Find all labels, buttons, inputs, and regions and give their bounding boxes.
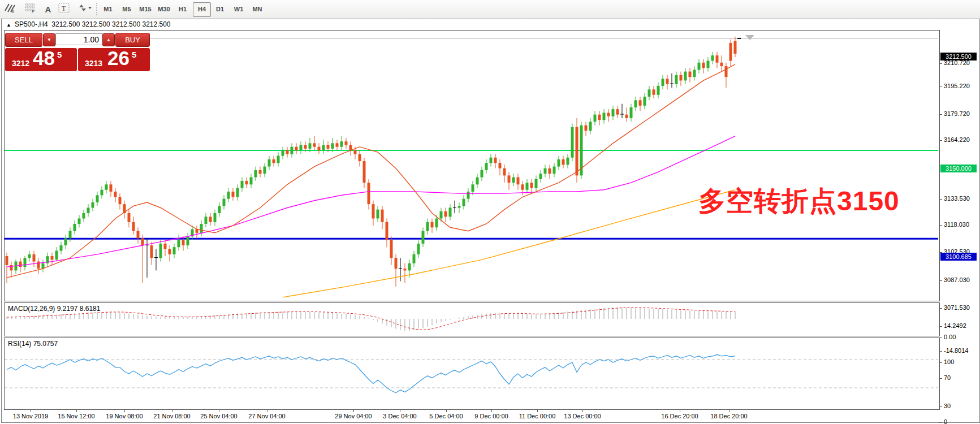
candle-body <box>105 184 108 190</box>
candle-body <box>711 55 714 61</box>
candle-body <box>205 217 208 224</box>
time-scale[interactable]: 13 Nov 201915 Nov 12:0019 Nov 08:0021 No… <box>4 409 939 422</box>
candle-body <box>390 240 393 258</box>
macd-panel[interactable]: MACD(12,26,9) 9.2197 8.6181 <box>4 302 940 336</box>
candle-body <box>481 170 483 178</box>
candle-body <box>607 113 610 116</box>
time-scale-tick <box>680 410 680 412</box>
price-scale[interactable]: 3210.7203195.2203179.7203164.2203133.530… <box>939 30 979 409</box>
candle-body <box>666 79 669 84</box>
text-label-icon[interactable]: A <box>41 2 55 16</box>
candle-body <box>69 231 72 239</box>
time-scale-tick <box>267 410 267 412</box>
candle-body <box>684 72 687 81</box>
scale-tick <box>939 199 942 200</box>
timeframe-button-H4[interactable]: H4 <box>193 2 211 17</box>
candle-body <box>259 170 262 174</box>
candle-body <box>55 251 58 260</box>
time-scale-label: 13 Nov 2019 <box>13 413 48 419</box>
volume-increase-button[interactable]: ▲ <box>102 33 115 46</box>
candle-body <box>381 210 384 222</box>
scale-tick <box>939 406 942 407</box>
candle-body <box>223 199 226 206</box>
candle-body <box>295 147 298 150</box>
indicator-window-icon[interactable]: F <box>24 2 38 16</box>
timeframe-button-D1[interactable]: D1 <box>211 2 228 16</box>
volume-input[interactable] <box>55 33 103 45</box>
time-scale-label: 18 Dec 20:00 <box>710 413 747 419</box>
candle-body <box>512 178 515 183</box>
mid-ma-line <box>7 136 735 267</box>
buy-button[interactable]: BUY <box>115 33 150 47</box>
candle-body <box>734 41 737 54</box>
candle-body <box>268 159 271 167</box>
price-scale-label: 3071.530 <box>944 304 970 311</box>
candle-body <box>200 224 203 233</box>
candle-body <box>431 222 434 228</box>
svg-text:F: F <box>32 9 34 14</box>
trading-platform-window: E F A T M1M5M15M30H1H4D1W1MN ▲SP500-,H4 … <box>0 0 980 424</box>
scale-tick <box>939 86 942 87</box>
candle-body <box>60 245 63 251</box>
candle-body <box>612 109 615 116</box>
macd-signal-line <box>7 308 735 330</box>
sell-quote-box[interactable]: 3212 48 5 <box>5 48 77 71</box>
rsi-panel[interactable]: RSI(14) 75.0757 <box>4 338 940 410</box>
arrow-objects-icon[interactable] <box>76 2 95 16</box>
candle-body <box>544 168 547 174</box>
timeframe-button-M15[interactable]: M15 <box>137 2 154 16</box>
price-scale-label: 3164.220 <box>944 136 970 143</box>
volume-decrease-button[interactable]: ▼ <box>43 33 55 46</box>
fast-ma-line <box>7 64 735 278</box>
time-scale-tick <box>582 410 583 412</box>
last-price-badge: 3212.500 <box>940 53 977 60</box>
text-box-icon[interactable]: T <box>58 2 72 16</box>
candle-body <box>110 184 113 192</box>
timeframe-button-M5[interactable]: M5 <box>118 2 135 16</box>
buy-quote-box[interactable]: 3213 26 5 <box>78 48 150 71</box>
candle-body <box>729 43 732 61</box>
candle-body <box>503 168 506 176</box>
macd-scale-label: 0.00 <box>944 334 956 340</box>
svg-text:T: T <box>62 5 66 12</box>
candle-body <box>517 178 520 185</box>
scale-tick <box>939 140 942 141</box>
candle-body <box>408 263 411 271</box>
candle-body <box>169 249 171 254</box>
time-scale-label: 19 Nov 08:00 <box>106 413 143 419</box>
timeframe-button-M1[interactable]: M1 <box>100 2 116 16</box>
timeframe-button-M30[interactable]: M30 <box>156 2 172 16</box>
candle-body <box>336 143 339 146</box>
collapse-arrow-icon[interactable]: ▲ <box>6 22 11 28</box>
chart-window: ▲SP500-,H4 3212.500 3212.500 3212.500 32… <box>1 19 980 423</box>
candle-body <box>313 143 316 146</box>
candle-body <box>214 213 217 222</box>
candle-body <box>422 231 425 244</box>
scale-tick <box>939 422 942 423</box>
candle-body <box>277 156 280 163</box>
time-scale-tick <box>219 410 219 412</box>
green-level-badge: 3150.000 <box>940 165 977 172</box>
candle-body <box>539 174 542 179</box>
candle-body <box>616 109 619 115</box>
candle-body <box>178 240 180 248</box>
sell-button[interactable]: SELL <box>5 33 42 47</box>
candle-body <box>526 183 529 190</box>
candle-body <box>241 181 244 188</box>
candle-body <box>594 115 597 122</box>
chart-end-marker-icon <box>745 35 754 40</box>
timeframe-button-W1[interactable]: W1 <box>230 2 247 16</box>
candle-body <box>78 218 81 224</box>
time-scale-label: 25 Nov 04:00 <box>200 413 237 419</box>
time-scale-label: 9 Dec 00:00 <box>474 413 508 419</box>
rsi-scale-label: 70 <box>944 374 951 381</box>
timeframe-button-MN[interactable]: MN <box>249 2 266 16</box>
indicators-icon[interactable]: E <box>3 2 18 16</box>
candle-body <box>101 190 103 196</box>
chinese-annotation[interactable]: 多空转折点3150 <box>698 183 900 219</box>
timeframe-button-H1[interactable]: H1 <box>174 2 191 16</box>
candle-body <box>24 258 27 267</box>
candle-body <box>141 238 144 245</box>
candle-body <box>589 122 592 131</box>
scale-tick <box>939 378 942 379</box>
